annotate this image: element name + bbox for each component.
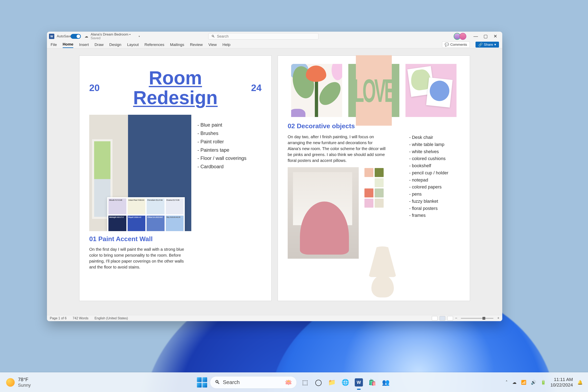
taskbar: 78°F Sunny 🔍︎ Search 🪷 ⬚ ◯ 📁 🌐 W 🛍️ 👥 ˄ … bbox=[0, 372, 588, 392]
list-item: Brushes bbox=[198, 129, 262, 138]
list-item: colored cushions bbox=[409, 155, 448, 162]
polaroid-art bbox=[406, 64, 456, 117]
autosave-label: AutoSave bbox=[57, 34, 68, 38]
title-search-input[interactable]: 🔍︎ Search bbox=[208, 33, 318, 40]
presence-avatars[interactable] bbox=[455, 33, 466, 40]
year-right: 24 bbox=[251, 82, 262, 93]
battery-icon[interactable]: 🔋 bbox=[541, 380, 546, 385]
swatch bbox=[375, 199, 384, 208]
task-view-icon[interactable]: ⬚ bbox=[300, 377, 310, 388]
swatch bbox=[364, 168, 374, 177]
volume-icon[interactable]: 🔊 bbox=[531, 380, 536, 385]
weather-widget[interactable]: 78°F Sunny bbox=[0, 377, 30, 388]
taskbar-center: 🔍︎ Search 🪷 ⬚ ◯ 📁 🌐 W 🛍️ 👥 bbox=[197, 376, 391, 388]
section-heading-01: 01 Paint Accent Wall bbox=[89, 235, 262, 243]
lamp-illustration bbox=[364, 244, 400, 298]
swatch bbox=[364, 199, 374, 208]
start-button[interactable] bbox=[197, 377, 207, 388]
avatar[interactable] bbox=[460, 33, 466, 40]
room-photo: Misuki F17.E.68 Asian Pear F.09.D.6 Porc… bbox=[89, 115, 191, 231]
document-canvas[interactable]: 20 RoomRedesign 24 Misuki F17.E.68 Asian… bbox=[47, 48, 502, 315]
clock[interactable]: 11:11 AM 10/22/2024 bbox=[550, 377, 573, 388]
view-print-layout[interactable] bbox=[440, 316, 445, 320]
list-item: pencil cup / holder bbox=[409, 170, 448, 176]
list-item: white table lamp bbox=[409, 141, 448, 148]
tab-help[interactable]: Help bbox=[222, 42, 230, 48]
supplies-list: Blue paint Brushes Paint roller Painters… bbox=[198, 115, 262, 231]
tab-references[interactable]: References bbox=[144, 42, 164, 48]
list-item: colored papers bbox=[409, 184, 448, 191]
accent-swatches bbox=[364, 168, 400, 208]
document-dropdown[interactable]: ▾ bbox=[139, 35, 140, 38]
tab-home[interactable]: Home bbox=[63, 41, 74, 48]
section-body-02: On day two, after I finish painting, I w… bbox=[288, 134, 386, 164]
swatch: Chios 5.A.03.D.6.E bbox=[146, 216, 164, 231]
word-icon: W bbox=[49, 34, 54, 39]
page-2[interactable]: LOVE 02 Decorative objects On day two, a… bbox=[278, 56, 470, 301]
weather-condition: Sunny bbox=[18, 382, 30, 388]
tab-layout[interactable]: Layout bbox=[127, 42, 139, 48]
swatch: Asian Pear F.09.D.6 bbox=[128, 198, 146, 214]
list-item: Painters tape bbox=[198, 146, 262, 154]
word-taskbar-icon[interactable]: W bbox=[354, 377, 364, 388]
swatch: Misuki F17.E.68 bbox=[108, 198, 126, 214]
list-item: frames bbox=[409, 212, 448, 219]
tab-view[interactable]: View bbox=[208, 42, 217, 48]
lotus-icon: 🪷 bbox=[284, 379, 292, 386]
tray-chevron-icon[interactable]: ˄ bbox=[506, 380, 508, 385]
view-focus[interactable] bbox=[432, 316, 438, 320]
zoom-slider[interactable] bbox=[461, 318, 494, 319]
wifi-icon[interactable]: 📶 bbox=[521, 380, 526, 385]
tab-mailings[interactable]: Mailings bbox=[170, 42, 184, 48]
list-item: pens bbox=[409, 191, 448, 198]
taskbar-search[interactable]: 🔍︎ Search 🪷 bbox=[210, 376, 297, 388]
minimize-button[interactable]: — bbox=[474, 34, 478, 38]
list-item: notepad bbox=[409, 176, 448, 184]
art-row: LOVE bbox=[288, 64, 460, 117]
word-app-window: W AutoSave ☁ Alana's Dream Bedroom • Sav… bbox=[47, 32, 502, 321]
restore-button[interactable]: ▢ bbox=[484, 34, 488, 38]
chair-photo bbox=[288, 167, 359, 259]
year-left: 20 bbox=[89, 82, 100, 93]
search-icon: 🔍︎ bbox=[215, 379, 220, 386]
onedrive-icon[interactable]: ☁ bbox=[512, 380, 516, 385]
share-icon: 🔗 bbox=[478, 42, 483, 47]
list-item: floral posters bbox=[409, 205, 448, 212]
tab-design[interactable]: Design bbox=[109, 42, 121, 48]
document-name[interactable]: Alana's Dream Bedroom • Saved bbox=[91, 33, 130, 40]
list-item: Cardboard bbox=[198, 162, 262, 171]
shopping-list: Desk chair white table lamp white shelve… bbox=[409, 134, 448, 298]
swatch: Evania E17.F.95 bbox=[166, 198, 184, 214]
page-1[interactable]: 20 RoomRedesign 24 Misuki F17.E.68 Asian… bbox=[80, 56, 271, 301]
zoom-out[interactable]: − bbox=[455, 316, 457, 320]
store-icon[interactable]: 🛍️ bbox=[367, 377, 378, 388]
status-page[interactable]: Page 1 of 6 bbox=[50, 316, 66, 320]
list-item: Desk chair bbox=[409, 134, 448, 141]
view-web-layout[interactable] bbox=[447, 316, 453, 320]
list-item: Paint roller bbox=[198, 138, 262, 146]
copilot-icon[interactable]: ◯ bbox=[313, 377, 324, 388]
list-item: white shelves bbox=[409, 148, 448, 155]
tab-draw[interactable]: Draw bbox=[94, 42, 104, 48]
flower-art bbox=[291, 64, 342, 117]
share-button[interactable]: 🔗 Share ▾ bbox=[476, 42, 499, 48]
teams-icon[interactable]: 👥 bbox=[380, 377, 391, 388]
autosave-toggle[interactable] bbox=[71, 34, 81, 39]
comments-button[interactable]: 💬 Comments bbox=[442, 42, 470, 48]
system-tray: ˄ ☁ 📶 🔊 🔋 11:11 AM 10/22/2024 🔔 bbox=[506, 377, 588, 388]
swatch: Porcelain E11.F.94 bbox=[146, 198, 164, 214]
status-words[interactable]: 742 Words bbox=[73, 316, 88, 320]
edge-icon[interactable]: 🌐 bbox=[340, 377, 351, 388]
list-item: bookshelf bbox=[409, 162, 448, 170]
notifications-icon[interactable]: 🔔 bbox=[578, 380, 583, 385]
zoom-in[interactable]: + bbox=[497, 316, 500, 320]
tab-insert[interactable]: Insert bbox=[79, 42, 89, 48]
swatch: Royal 2.016.A.C bbox=[128, 216, 146, 231]
list-item: fuzzy blanket bbox=[409, 198, 448, 205]
status-language[interactable]: English (United States) bbox=[94, 316, 128, 320]
close-button[interactable]: ✕ bbox=[493, 34, 497, 38]
tab-review[interactable]: Review bbox=[190, 42, 202, 48]
color-palette: Misuki F17.E.68 Asian Pear F.09.D.6 Porc… bbox=[107, 197, 185, 231]
tab-file[interactable]: File bbox=[51, 42, 57, 48]
file-explorer-icon[interactable]: 📁 bbox=[327, 377, 337, 388]
